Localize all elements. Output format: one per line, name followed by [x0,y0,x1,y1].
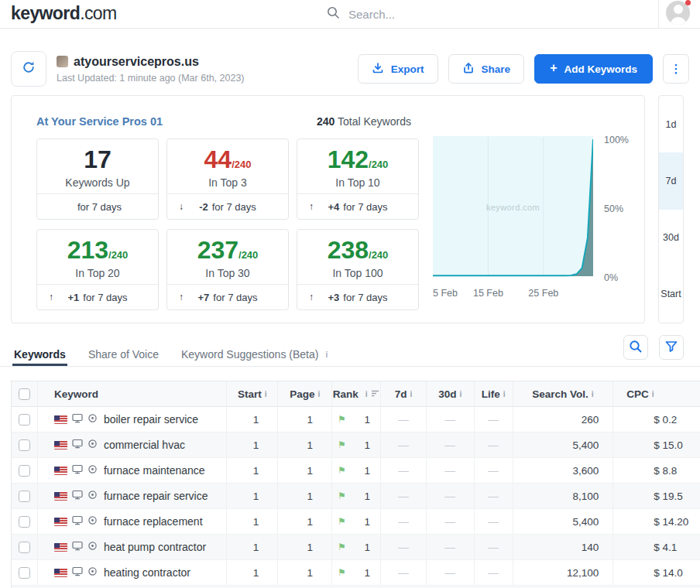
col-rank[interactable]: Ranki [332,381,381,406]
row-checkbox[interactable] [19,465,30,477]
tab-keywords[interactable]: Keywords [12,338,67,366]
start-cell: 1 [227,458,278,483]
row-checkbox[interactable] [19,516,30,528]
tab-keyword-suggestions[interactable]: Keyword Suggestions (Beta)i [180,338,329,366]
col-start[interactable]: Starti [227,381,278,406]
time-range-7d[interactable]: 7d [659,152,683,209]
keyword-cell[interactable]: furnace repair service [38,484,227,508]
add-keywords-label: Add Keywords [564,63,637,75]
stat-card-main: 238/240 In Top 100 [297,230,418,284]
add-keywords-button[interactable]: + Add Keywords [534,54,653,84]
select-all-checkbox[interactable] [19,388,30,400]
start-cell: 1 [227,509,278,534]
export-button[interactable]: Export [358,54,438,84]
start-cell: 1 [227,560,278,585]
keyword-cell[interactable]: boiler repair service [38,407,227,432]
group-title-link[interactable]: At Your Service Pros 01 [36,115,163,128]
row-select-cell [12,407,38,432]
download-icon [372,62,384,77]
row-checkbox[interactable] [19,567,30,579]
cpc-cell: $ 15.0 [613,432,700,457]
stat-card-main: 44/240 In Top 3 [167,139,288,193]
row-select-cell [12,560,38,585]
row-checkbox[interactable] [19,414,30,426]
page-cell: 1 [278,560,332,585]
project-title: atyourservicepros.us [57,55,245,69]
change-30d-cell: — [427,560,475,585]
table-row[interactable]: heat pump contractor 1 1 ⚑1 — — — 140 $ … [12,535,700,560]
tab-label: Keywords [14,348,66,361]
keyword-cell[interactable]: furnace replacement [38,509,227,534]
no-change-dash: — [398,439,409,451]
table-row[interactable]: commercial hvac 1 1 ⚑1 — — — 5,400 $ 15.… [12,432,700,458]
time-range-30d[interactable]: 30d [659,210,683,266]
table-row[interactable]: boiler repair service 1 1 ⚑1 — — — 260 $… [12,407,700,432]
table-row[interactable]: furnace replacement 1 1 ⚑1 — — — 5,400 $… [12,509,700,535]
refresh-icon [21,60,36,78]
row-checkbox[interactable] [19,439,30,451]
tab-share-of-voice[interactable]: Share of Voice [87,338,160,366]
stat-label: In Top 100 [332,267,383,279]
desktop-icon [72,490,83,502]
stat-footer: ↑+1for 7 days [37,284,158,309]
sort-icon[interactable] [371,388,379,400]
search-input[interactable] [348,8,581,21]
table-row[interactable]: furnace maintenance 1 1 ⚑1 — — — 3,600 $… [12,458,700,484]
stat-period: for 7 days [343,292,387,303]
location-pin-icon [88,566,98,579]
row-checkbox[interactable] [19,542,30,553]
stat-label: In Top 30 [205,267,249,279]
trend-arrow-icon: ↑ [309,201,314,212]
app-logo[interactable]: keyword.com [11,3,117,24]
table-header-row: Keyword Starti Pagei Ranki 7di 30di Life… [12,381,700,407]
start-cell: 1 [227,407,278,432]
table-row[interactable]: heating contractor 1 1 ⚑1 — — — 12,100 $… [12,560,700,586]
refresh-button[interactable] [11,51,46,87]
col-life[interactable]: Lifei [475,381,513,406]
col-30d[interactable]: 30di [427,381,475,406]
more-options-button[interactable]: ⋮ [663,54,689,84]
trend-arrow-icon: ↑ [49,292,53,303]
start-cell: 1 [227,432,278,457]
stat-value: 237/240 [197,238,259,262]
time-range-start[interactable]: Start [659,266,683,323]
info-icon: i [410,390,412,398]
stat-value: 238/240 [328,238,389,262]
filter-button[interactable] [659,335,684,360]
table-row[interactable]: furnace repair service 1 1 ⚑1 — — — 8,10… [12,484,700,509]
share-button[interactable]: Share [448,54,525,84]
stat-card-top100: 238/240 In Top 100 ↑+3for 7 days [297,229,419,310]
change-life-cell: — [475,560,513,585]
ranked-flag-icon: ⚑ [338,491,346,501]
table-body: boiler repair service 1 1 ⚑1 — — — 260 $… [12,407,700,586]
col-page[interactable]: Pagei [278,381,332,406]
change-7d-cell: — [381,484,427,508]
no-change-dash: — [444,491,455,502]
trend-arrow-icon: ↓ [179,201,184,212]
info-icon: i [460,390,462,398]
row-select-cell [12,458,38,483]
col-keyword[interactable]: Keyword [38,381,228,406]
change-30d-cell: — [427,458,475,483]
col-7d[interactable]: 7di [381,381,427,406]
stat-label: In Top 3 [208,176,247,189]
keyword-cell[interactable]: heating contractor [38,560,227,585]
time-range-1d[interactable]: 1d [659,96,683,152]
keyword-cell[interactable]: heat pump contractor [38,535,227,559]
keyword-cell[interactable]: commercial hvac [38,432,227,457]
change-7d-cell: — [381,560,427,585]
stat-card-main: 17 Keywords Up [37,139,158,193]
keyword-cell[interactable]: furnace maintenance [38,458,227,483]
table-search-button[interactable] [623,335,648,360]
x-tick-label: 15 Feb [473,288,503,299]
desktop-icon [72,439,83,451]
y-tick-0: 0% [604,272,629,283]
change-30d-cell: — [427,484,475,508]
info-icon: i [317,390,320,398]
col-cpc[interactable]: CPCi [613,381,700,406]
row-checkbox[interactable] [19,491,30,502]
col-search-vol[interactable]: Search Vol.i [513,381,614,406]
total-keywords: 240 Total Keywords [317,115,411,128]
ranking-trend-chart[interactable]: keyword.com [433,136,593,278]
change-7d-cell: — [381,407,427,432]
